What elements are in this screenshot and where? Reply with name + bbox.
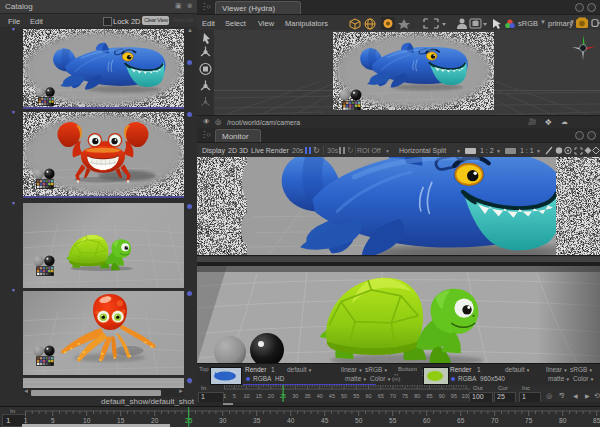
svg-text:30: 30 (219, 417, 227, 424)
svg-text:20: 20 (268, 393, 274, 399)
svg-text:85: 85 (426, 393, 432, 399)
svg-text:1: 1 (224, 393, 226, 399)
svg-text:80: 80 (559, 417, 567, 424)
svg-text:10: 10 (83, 417, 91, 424)
svg-text:5: 5 (51, 417, 55, 424)
svg-text:60: 60 (365, 393, 371, 399)
svg-text:15: 15 (117, 417, 125, 424)
svg-text:15: 15 (256, 393, 262, 399)
svg-text:35: 35 (253, 417, 261, 424)
svg-text:35: 35 (304, 393, 310, 399)
svg-text:5: 5 (233, 393, 236, 399)
svg-text:70: 70 (491, 417, 499, 424)
svg-text:80: 80 (414, 393, 420, 399)
svg-text:65: 65 (457, 417, 465, 424)
svg-text:85: 85 (593, 417, 600, 424)
svg-text:50: 50 (355, 417, 363, 424)
svg-text:70: 70 (390, 393, 396, 399)
svg-text:20: 20 (151, 417, 159, 424)
svg-text:1: 1 (24, 417, 28, 424)
svg-text:45: 45 (321, 417, 329, 424)
svg-text:65: 65 (378, 393, 384, 399)
svg-text:40: 40 (317, 393, 323, 399)
svg-text:45: 45 (329, 393, 335, 399)
svg-text:75: 75 (402, 393, 408, 399)
svg-text:40: 40 (287, 417, 295, 424)
svg-text:30: 30 (292, 393, 298, 399)
svg-text:55: 55 (389, 417, 397, 424)
svg-text:10: 10 (243, 393, 249, 399)
svg-text:75: 75 (525, 417, 533, 424)
svg-text:60: 60 (423, 417, 431, 424)
svg-text:55: 55 (353, 393, 359, 399)
svg-text:90: 90 (439, 393, 445, 399)
svg-text:95: 95 (451, 393, 457, 399)
svg-text:50: 50 (341, 393, 347, 399)
